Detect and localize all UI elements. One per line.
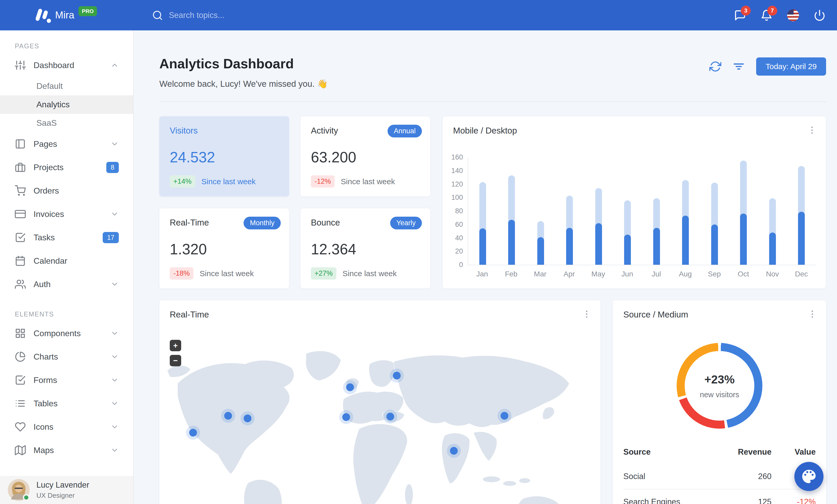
cell-revenue: 260: [714, 464, 771, 489]
bar-chart-plot: 020406080100120140160: [468, 158, 816, 265]
map-zoom-out-button[interactable]: −: [170, 355, 181, 366]
search-input[interactable]: [169, 11, 314, 20]
bar-may[interactable]: [595, 188, 602, 265]
map-marker-chicago[interactable]: [224, 412, 232, 419]
top-navbar: Mira PRO 3 7: [0, 0, 837, 31]
refresh-icon[interactable]: [709, 60, 721, 73]
source-medium-card: Source / Medium +23% new visitors Source…: [613, 300, 826, 504]
stat-period-badge[interactable]: Annual: [388, 125, 422, 137]
date-range-button[interactable]: Today: April 29: [756, 57, 826, 76]
bar-oct[interactable]: [740, 161, 747, 265]
x-axis-label: Jan: [468, 270, 497, 278]
pie-chart-icon: [15, 351, 26, 362]
stat-caption: Since last week: [343, 269, 397, 278]
palette-icon: [801, 468, 817, 485]
bar-chart-x-labels: JanFebMarAprMayJunJulAugSepOctNovDec: [468, 270, 816, 278]
y-axis-tick: 140: [451, 167, 463, 174]
more-vertical-icon[interactable]: [582, 309, 592, 319]
map-marker-london[interactable]: [346, 384, 354, 391]
header-divider: [159, 101, 826, 102]
sidebar-user-footer[interactable]: Lucy Lavender UX Designer: [0, 476, 133, 504]
map-zoom-in-button[interactable]: +: [170, 340, 181, 351]
avatar: [8, 479, 30, 501]
x-axis-label: Dec: [787, 270, 816, 278]
bar-aug[interactable]: [682, 180, 689, 265]
stat-cards-grid: Visitors24.532+14%Since last weekActivit…: [159, 116, 430, 288]
bar-apr[interactable]: [566, 195, 573, 265]
more-vertical-icon[interactable]: [807, 125, 817, 135]
map-marker-madrid[interactable]: [342, 413, 350, 421]
table-row-social: Social260+35%: [623, 464, 816, 489]
map-marker-san-francisco[interactable]: [189, 429, 197, 436]
bar-nov[interactable]: [769, 198, 776, 265]
map-card-title: Real-Time: [170, 310, 590, 320]
x-axis-label: May: [584, 270, 613, 278]
more-vertical-icon[interactable]: [807, 309, 817, 319]
map-marker-istanbul[interactable]: [386, 413, 394, 421]
chevron-down-icon: [110, 446, 119, 454]
stat-period-badge[interactable]: Yearly: [390, 217, 422, 229]
sidebar-item-tables[interactable]: Tables: [0, 392, 133, 415]
layout-icon: [15, 138, 26, 149]
map-marker-moscow[interactable]: [393, 372, 400, 379]
messages-button[interactable]: 3: [734, 10, 746, 21]
mira-logo-icon: [36, 7, 52, 23]
bar-sep[interactable]: [711, 183, 718, 265]
sidebar-subitem-saas[interactable]: SaaS: [0, 114, 133, 132]
bar-feb[interactable]: [508, 175, 515, 265]
stat-delta-badge: -12%: [311, 175, 335, 188]
map-marker-beijing[interactable]: [501, 412, 509, 419]
sidebar-item-components[interactable]: Components: [0, 322, 133, 345]
y-axis-tick: 60: [455, 220, 463, 228]
calendar-icon: [15, 255, 26, 266]
notifications-button[interactable]: 7: [761, 10, 772, 21]
sidebar-item-forms[interactable]: Forms: [0, 368, 133, 392]
theme-settings-button[interactable]: [795, 462, 823, 491]
user-name: Lucy Lavender: [36, 480, 89, 490]
donut-center-label: new visitors: [700, 390, 739, 399]
world-map[interactable]: [162, 339, 598, 504]
map-marker-new-york[interactable]: [244, 414, 251, 422]
bar-jun[interactable]: [624, 200, 631, 265]
bar-jul[interactable]: [653, 198, 660, 265]
sidebar-item-icons[interactable]: Icons: [0, 415, 133, 438]
stat-card-real-time: Real-TimeMonthly1.320-18%Since last week: [159, 208, 289, 288]
cell-value: -12%: [771, 489, 816, 504]
grid-icon: [15, 328, 26, 339]
sidebar-item-pages[interactable]: Pages: [0, 132, 133, 156]
signout-button[interactable]: [814, 10, 825, 21]
sidebar-item-orders[interactable]: Orders: [0, 179, 133, 202]
brand-logo[interactable]: Mira PRO: [36, 7, 97, 23]
check-square-icon: [15, 375, 26, 386]
y-axis-tick: 80: [455, 207, 463, 215]
stat-caption: Since last week: [341, 177, 395, 186]
bar-dec[interactable]: [798, 166, 805, 265]
users-icon: [15, 279, 26, 290]
stat-title: Visitors: [170, 126, 279, 136]
y-axis-tick: 20: [455, 247, 463, 255]
sidebar-item-projects[interactable]: Projects8: [0, 156, 133, 179]
brand-name: Mira: [55, 10, 74, 21]
stat-period-badge[interactable]: Monthly: [244, 217, 281, 229]
x-axis-label: Nov: [758, 270, 787, 278]
map-marker-delhi[interactable]: [450, 447, 458, 455]
stat-value: 63.200: [311, 149, 356, 166]
filter-icon[interactable]: [733, 60, 745, 73]
sidebar-subitem-default[interactable]: Default: [0, 77, 133, 95]
bar-mar[interactable]: [537, 221, 544, 265]
x-axis-label: Apr: [555, 270, 584, 278]
sidebar-item-maps[interactable]: Maps: [0, 438, 133, 462]
sidebar-item-charts[interactable]: Charts: [0, 345, 133, 368]
x-axis-label: Aug: [671, 270, 700, 278]
language-flag-button[interactable]: [787, 10, 799, 21]
sidebar: PAGESDashboardDefaultAnalyticsSaaSPagesP…: [0, 31, 133, 504]
stat-delta-badge: +14%: [170, 175, 195, 188]
cell-source: Search Engines: [623, 489, 714, 504]
sidebar-item-auth[interactable]: Auth: [0, 273, 133, 296]
sidebar-item-calendar[interactable]: Calendar: [0, 249, 133, 273]
sidebar-subitem-analytics[interactable]: Analytics: [0, 95, 133, 114]
sidebar-item-tasks[interactable]: Tasks17: [0, 226, 133, 249]
sidebar-item-dashboard[interactable]: Dashboard: [0, 54, 133, 77]
bar-jan[interactable]: [479, 182, 486, 265]
sidebar-item-invoices[interactable]: Invoices: [0, 202, 133, 226]
